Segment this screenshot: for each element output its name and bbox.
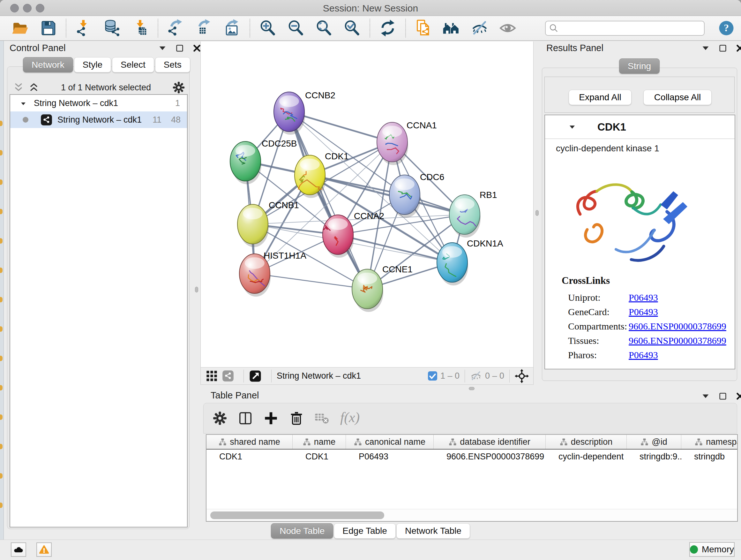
share-view-icon[interactable] [222,370,234,382]
table-cell[interactable]: P06493 [346,452,434,462]
close-panel-icon[interactable] [735,391,741,401]
tab-edge-table[interactable]: Edge Table [334,523,396,539]
column-header-@id[interactable]: @id [627,435,681,449]
crosslink-link[interactable]: 9606.ENSP00000378699 [629,321,726,332]
node-CCNA2[interactable] [323,215,354,258]
zoom-out-icon[interactable] [286,19,305,37]
export-network-icon[interactable] [166,19,185,37]
network-options-gear-icon[interactable] [172,81,185,94]
cloud-button[interactable] [11,543,26,557]
network-row-selected[interactable]: String Network – cdk1 11 48 [10,111,187,128]
edge-CCNB2-CCNE1[interactable] [289,112,367,289]
collapse-panel-icon[interactable] [701,44,711,53]
tab-select[interactable]: Select [112,57,154,72]
node-CDKN1A[interactable] [437,243,468,286]
column-type-icon [219,438,226,446]
column-header-description[interactable]: description [546,435,627,449]
birdseye-view-icon[interactable] [249,370,262,382]
node-CDC6[interactable] [389,175,421,218]
collapse-all-networks-icon[interactable] [13,82,24,93]
right-splitter-grip[interactable] [536,210,539,216]
table-row[interactable]: CDK1CDK1P064939606.ENSP00000378699cyclin… [206,449,737,463]
table-cell[interactable]: stringdb [681,452,738,462]
hide-selected-icon[interactable] [470,19,489,37]
table-cell[interactable]: CDK1 [293,452,346,462]
export-image-icon[interactable] [223,19,241,37]
network-selection-row: 1 of 1 Network selected [13,81,185,94]
table-horizontal-scrollbar[interactable] [206,509,737,521]
collapse-panel-icon[interactable] [158,44,167,53]
node-CDK1[interactable] [294,155,326,198]
column-header-name[interactable]: name [293,435,346,449]
results-tab-string[interactable]: String [619,58,660,74]
duplicate-network-icon[interactable] [414,19,433,37]
close-panel-icon[interactable] [735,44,741,53]
export-table-icon[interactable] [195,19,213,37]
left-splitter-grip[interactable] [195,287,198,293]
table-cell[interactable]: cyclin-dependent ... [546,452,627,462]
network-canvas[interactable]: CCNB2CCNA1CDC25BCDK1CDC6RB1CCNB1CCNA2CDK… [200,42,534,367]
column-header-shared-name[interactable]: shared name [206,435,293,449]
network-overview-icon[interactable] [442,19,461,37]
save-session-icon[interactable] [39,19,57,37]
tab-node-table[interactable]: Node Table [271,523,333,539]
zoom-fit-icon[interactable] [315,19,333,37]
title-bar: Session: New Session [0,0,741,16]
memory-button[interactable]: Memory [689,542,735,557]
column-header-label: canonical name [365,437,425,447]
float-panel-icon[interactable] [175,44,185,53]
import-database-icon[interactable] [103,19,121,37]
tab-style[interactable]: Style [74,57,111,72]
expand-all-button[interactable]: Expand All [569,90,631,105]
grid-view-icon[interactable] [206,370,218,382]
network-collection-row[interactable]: String Network – cdk1 1 [10,95,187,111]
fit-content-move-icon[interactable] [515,369,529,383]
node-CCNE1[interactable] [352,269,383,312]
crosslink-link[interactable]: P06493 [629,350,658,361]
table-cell[interactable]: stringdb:9... [627,452,681,462]
gene-header-row[interactable]: CDK1 [545,115,735,139]
node-CCNB1[interactable] [238,204,269,247]
delete-column-icon[interactable] [289,411,304,426]
scrollbar-thumb[interactable] [210,511,384,519]
warnings-button[interactable] [37,543,52,557]
node-CCNA1[interactable] [377,122,408,165]
node-RB1[interactable] [449,195,481,238]
refresh-layout-icon[interactable] [379,19,397,37]
table-cell[interactable]: 9606.ENSP00000378699 [434,452,546,462]
zoom-in-icon[interactable] [259,19,277,37]
table-cell[interactable]: CDK1 [206,452,293,462]
node-CCNB2[interactable] [274,92,305,135]
show-columns-icon[interactable] [238,411,253,426]
crosslink-link[interactable]: P06493 [629,292,658,303]
expand-all-networks-icon[interactable] [28,82,40,93]
float-panel-icon[interactable] [718,44,728,53]
tab-sets[interactable]: Sets [155,57,190,72]
column-header-database-identifier[interactable]: database identifier [434,435,546,449]
add-column-icon[interactable] [264,411,278,426]
collapse-panel-icon[interactable] [701,391,711,401]
table-options-gear-icon[interactable] [212,411,227,426]
collapse-all-button[interactable]: Collapse All [643,90,712,105]
tab-network[interactable]: Network [23,57,73,72]
gene-collapse-caret-icon[interactable] [568,123,576,131]
float-panel-icon[interactable] [718,391,728,401]
zoom-selected-icon[interactable] [343,19,361,37]
node-CDC25B[interactable] [230,141,261,184]
selected-checkbox[interactable] [428,371,437,381]
tree-expand-caret-icon[interactable] [20,100,27,107]
edge-HIST1H1A-CCNE1[interactable] [255,273,367,289]
import-table-icon[interactable] [131,19,149,37]
bottom-splitter-grip[interactable] [469,387,475,390]
column-header-namespace[interactable]: namespace [681,435,738,449]
search-input[interactable] [545,21,704,36]
tab-network-table[interactable]: Network Table [396,523,470,539]
crosslink-link[interactable]: P06493 [629,307,658,317]
network-collection-count: 1 [175,98,180,108]
import-network-icon[interactable] [75,19,93,37]
column-header-canonical-name[interactable]: canonical name [346,435,434,449]
help-icon[interactable]: ? [719,20,734,36]
open-file-icon[interactable] [11,19,29,37]
show-all-icon[interactable] [498,19,517,37]
crosslink-link[interactable]: 9606.ENSP00000378699 [629,335,726,346]
